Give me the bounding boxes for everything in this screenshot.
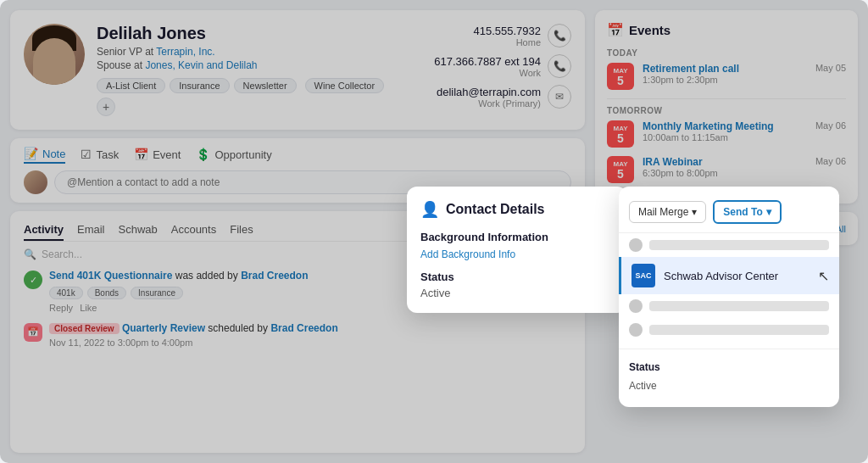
dropdown-dot-2 [629, 299, 643, 313]
dropdown-placeholder-2 [649, 301, 829, 311]
schwab-item-label: Schwab Advisor Center [664, 270, 778, 282]
dropdown-item-schwab[interactable]: SAC Schwab Advisor Center ↖ [619, 257, 839, 294]
modal-status-label: Status [420, 271, 614, 283]
mail-merge-button[interactable]: Mail Merge ▾ [629, 201, 706, 223]
contact-details-modal: 👤 Contact Details Background Information… [407, 187, 627, 313]
send-to-header: Mail Merge ▾ Send To ▾ [619, 195, 839, 233]
schwab-icon: SAC [632, 264, 655, 287]
dropdown-dot-3 [629, 323, 643, 337]
dropdown-status-section: Status [619, 356, 839, 378]
modal-status-value: Active [420, 287, 614, 299]
modal-title: Contact Details [446, 202, 544, 217]
dropdown-status-value-row: Active [619, 378, 839, 399]
dropdown-row-2[interactable] [619, 294, 839, 318]
dropdown-status-value: Active [629, 380, 657, 392]
send-to-label: Send To [723, 206, 762, 218]
dropdown-placeholder-3 [649, 325, 829, 335]
mail-merge-label: Mail Merge [638, 206, 688, 218]
send-to-button[interactable]: Send To ▾ [713, 200, 781, 224]
dropdown-divider [619, 349, 839, 349]
bg-info-section-title: Background Information [420, 231, 614, 243]
modal-header: 👤 Contact Details [420, 200, 614, 219]
cursor-icon: ↖ [818, 269, 829, 283]
dropdown-dot-1 [629, 238, 643, 252]
dropdown-status-label: Status [629, 361, 660, 373]
dropdown-row-1[interactable] [619, 233, 839, 257]
modal-person-icon: 👤 [420, 200, 439, 219]
send-to-dropdown: Mail Merge ▾ Send To ▾ SAC Schwab Adviso… [619, 187, 839, 407]
mail-merge-chevron: ▾ [692, 206, 697, 218]
send-to-chevron: ▾ [766, 206, 771, 218]
add-bg-link[interactable]: Add Background Info [420, 248, 614, 260]
dropdown-row-3[interactable] [619, 318, 839, 342]
dropdown-placeholder-1 [649, 240, 829, 250]
